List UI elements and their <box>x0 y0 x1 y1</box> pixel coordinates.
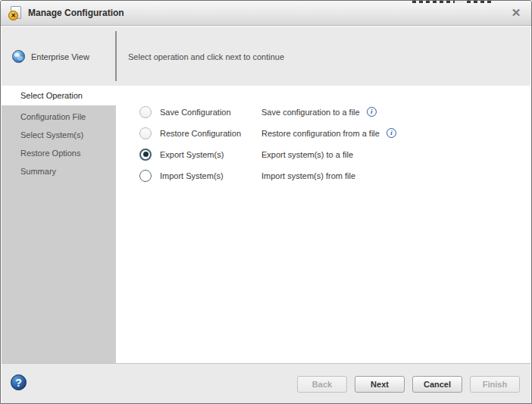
sidebar-item-configuration-file[interactable]: Configuration File <box>2 108 116 126</box>
info-icon[interactable]: i <box>386 128 396 138</box>
sidebar-item-summary[interactable]: Summary <box>2 162 116 180</box>
option-label: Restore Configuration <box>160 129 261 138</box>
option-save-configuration: Save Configuration Save configuration to… <box>116 105 530 118</box>
wizard-instruction: Select operation and click next to conti… <box>128 52 284 61</box>
back-button[interactable]: Back <box>297 376 347 393</box>
tool-badge-icon: ✕ <box>8 11 18 20</box>
window-title: Manage Configuration <box>28 1 124 26</box>
wizard-footer: ? Back Next Cancel Finish <box>2 363 530 403</box>
option-label: Export System(s) <box>160 150 261 159</box>
option-export-systems: Export System(s) Export system(s) to a f… <box>116 148 530 161</box>
help-icon[interactable]: ? <box>11 374 27 390</box>
option-description: Export system(s) to a file <box>261 150 353 159</box>
option-label: Import System(s) <box>160 171 261 180</box>
option-description: Import system(s) from file <box>261 171 355 180</box>
globe-icon <box>12 50 25 63</box>
wizard-header: Enterprise View Select operation and cli… <box>2 27 530 86</box>
option-description: Save configuration to a file <box>261 108 360 117</box>
option-description: Restore configuration from a file <box>261 129 380 138</box>
sidebar-item-select-operation[interactable]: Select Operation <box>2 86 116 105</box>
radio-restore-configuration[interactable] <box>139 127 152 139</box>
radio-import-systems[interactable] <box>139 170 152 182</box>
wizard-buttons: Back Next Cancel Finish <box>297 376 520 393</box>
sidebar-item-restore-options[interactable]: Restore Options <box>2 144 116 162</box>
info-icon[interactable]: i <box>367 107 377 117</box>
enterprise-view-label: Enterprise View <box>31 52 89 61</box>
radio-export-systems[interactable] <box>139 149 152 161</box>
option-restore-configuration: Restore Configuration Restore configurat… <box>116 127 530 139</box>
enterprise-view: Enterprise View <box>12 50 89 63</box>
close-icon[interactable]: ✕ <box>509 6 523 20</box>
radio-save-configuration[interactable] <box>139 106 152 118</box>
finish-button[interactable]: Finish <box>470 376 520 393</box>
cancel-button[interactable]: Cancel <box>412 376 462 393</box>
header-divider <box>115 31 117 81</box>
next-button[interactable]: Next <box>355 376 405 393</box>
option-import-systems: Import System(s) Import system(s) from f… <box>116 169 530 182</box>
operation-options: Save Configuration Save configuration to… <box>116 86 530 363</box>
background-window-fragment <box>412 1 493 3</box>
wizard-steps-sidebar: Select Operation Configuration File Sele… <box>2 86 116 363</box>
manage-configuration-icon: ✕ <box>8 6 23 20</box>
manage-configuration-dialog: ✕ Manage Configuration ✕ Enterprise View… <box>0 0 532 404</box>
title-bar: ✕ Manage Configuration ✕ <box>1 1 531 26</box>
wizard-body: Select Operation Configuration File Sele… <box>2 86 530 363</box>
option-label: Save Configuration <box>160 108 261 117</box>
sidebar-item-select-systems[interactable]: Select System(s) <box>2 126 116 144</box>
